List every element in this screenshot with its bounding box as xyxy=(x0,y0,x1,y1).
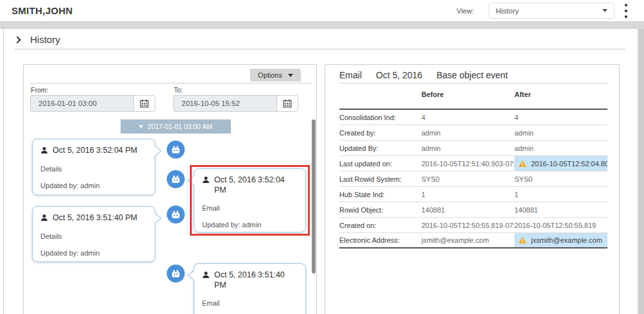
table-row: Created on:2016-10-05T12:50:55.819-07:..… xyxy=(339,218,607,233)
from-date-input[interactable]: 2016-01-01 03:00 xyxy=(31,96,133,111)
view-label: View: xyxy=(457,7,474,15)
row-label: Updated By: xyxy=(339,141,421,155)
after-value-text: 2016-10-05T12:52:04.802... xyxy=(531,160,607,168)
chevron-down-icon xyxy=(139,125,143,128)
person-icon xyxy=(40,146,48,154)
after-value-text: jxsmith@example.com xyxy=(531,236,602,244)
chevron-right-icon xyxy=(13,36,21,43)
row-label: Last updated on: xyxy=(339,156,421,171)
to-label: To: xyxy=(174,86,183,94)
chevron-down-icon xyxy=(602,9,607,12)
after-column-header: After xyxy=(514,91,607,98)
before-value: SYS0 xyxy=(421,171,514,186)
history-section-header[interactable]: History xyxy=(15,34,60,45)
event-timestamp: Oct 5, 2016 3:51:40 PM xyxy=(53,213,137,223)
person-icon xyxy=(202,271,210,279)
event-detail-panel: Email Oct 5, 2016 Base object event Befo… xyxy=(325,64,620,314)
timeline-event-marker[interactable] xyxy=(167,205,185,223)
view-dropdown[interactable]: History xyxy=(489,3,614,19)
warning-icon xyxy=(518,160,527,168)
timeline-scrollbar-thumb[interactable] xyxy=(312,119,316,274)
from-calendar-button[interactable] xyxy=(133,96,155,111)
calendar-icon xyxy=(140,99,149,108)
after-value: admin xyxy=(514,125,607,140)
before-value: admin xyxy=(421,125,514,140)
page-scrollbar[interactable] xyxy=(638,29,644,314)
event-type: Email xyxy=(202,299,298,307)
event-type: Details xyxy=(40,165,147,173)
view-dropdown-value: History xyxy=(496,7,519,15)
options-button-label: Options xyxy=(258,71,282,79)
warning-icon xyxy=(518,236,527,244)
row-label: Created by: xyxy=(339,125,421,140)
detail-title: Email Oct 5, 2016 Base object event xyxy=(339,70,508,80)
detail-title-divider xyxy=(339,83,607,83)
detail-title-type: Email xyxy=(339,70,362,80)
table-row: Rowid Object:140881140881 xyxy=(339,202,607,218)
row-label: Consolidation Ind: xyxy=(339,110,421,125)
to-date-field: 2016-10-05 15:52 xyxy=(173,95,298,112)
table-row: Electronic Address:jsmith@example.comjxs… xyxy=(339,233,607,249)
timeline-header-divider xyxy=(30,83,311,83)
timeline-event-card[interactable]: Oct 5, 2016 3:52:04 PMDetailsUpdated by:… xyxy=(32,139,155,195)
detail-column-headers: Before After xyxy=(339,91,607,98)
event-figure-icon xyxy=(171,146,180,154)
after-value: 1 xyxy=(514,187,607,202)
detail-title-date: Oct 5, 2016 xyxy=(376,70,422,80)
before-value: 2016-10-05T12:51:40.903-07:... xyxy=(421,156,514,171)
event-timestamp: Oct 5, 2016 3:52:04 PM xyxy=(53,146,137,156)
from-date-field: 2016-01-01 03:00 xyxy=(30,95,155,112)
timeline-event-marker[interactable] xyxy=(167,170,185,188)
top-header: SMITH,JOHN View: History xyxy=(0,0,644,21)
timeline-event-card[interactable]: Oct 5, 2016 3:51:40 PMEmailUpdated by: a… xyxy=(194,263,306,314)
before-value: 4 xyxy=(421,110,514,125)
row-label: Electronic Address: xyxy=(339,233,421,247)
row-label: Hub State Ind: xyxy=(339,187,421,202)
before-value: 140881 xyxy=(421,202,514,217)
table-row: Last updated on:2016-10-05T12:51:40.903-… xyxy=(339,156,607,171)
event-timestamp: Oct 5, 2016 3:52:04 PM xyxy=(214,175,298,195)
more-actions-kebab-icon[interactable] xyxy=(622,4,630,18)
event-timestamp: Oct 5, 2016 3:51:40 PM xyxy=(214,270,298,290)
from-label: From: xyxy=(31,86,48,94)
event-updated-by: Updated by: admin xyxy=(40,182,147,189)
card-pointer xyxy=(189,270,196,281)
table-row: Last Rowid System:SYS0SYS0 xyxy=(339,171,607,187)
row-label: Created on: xyxy=(339,218,421,232)
person-icon xyxy=(40,214,48,222)
timeline-event-card[interactable]: Oct 5, 2016 3:52:04 PMEmailUpdated by: a… xyxy=(194,168,306,232)
card-pointer xyxy=(153,213,160,224)
after-value: 4 xyxy=(514,110,607,125)
to-date-input[interactable]: 2016-10-05 15:52 xyxy=(174,96,276,111)
event-figure-icon xyxy=(171,270,180,278)
section-title: History xyxy=(30,34,60,45)
row-label: Rowid Object: xyxy=(339,202,421,217)
section-divider xyxy=(15,49,625,49)
timeline-event-marker[interactable] xyxy=(167,141,185,159)
timeline-group-badge[interactable]: 2017-01-01 03:00 AM xyxy=(121,119,231,134)
group-badge-label: 2017-01-01 03:00 AM xyxy=(148,123,212,130)
chevron-down-icon xyxy=(288,74,293,77)
before-value: 2016-10-05T12:50:55.819-07:... xyxy=(421,218,514,232)
options-button[interactable]: Options xyxy=(250,69,301,82)
table-row: Updated By:adminadmin xyxy=(339,141,607,156)
table-row: Created by:adminadmin xyxy=(339,125,607,141)
person-icon xyxy=(202,176,210,184)
before-value: jsmith@example.com xyxy=(421,233,514,247)
timeline-event-card[interactable]: Oct 5, 2016 3:51:40 PMDetailsUpdated by:… xyxy=(32,206,155,262)
event-figure-icon xyxy=(171,211,180,219)
after-value: 140881 xyxy=(514,202,607,217)
card-pointer xyxy=(153,145,160,157)
detail-title-event: Base object event xyxy=(436,70,507,80)
to-calendar-button[interactable] xyxy=(276,96,298,111)
timeline-panel: Options From: To: 2016-01-01 03:00 2016-… xyxy=(23,64,317,314)
event-updated-by: Updated by: admin xyxy=(40,249,147,257)
after-value: 2016-10-05T12:50:55.819 xyxy=(514,218,607,232)
event-updated-by: Updated by: admin xyxy=(202,221,298,229)
history-content-card: History Options From: To: 2016-01-01 03:… xyxy=(3,29,638,314)
before-after-table: Consolidation Ind:44Created by:adminadmi… xyxy=(339,109,607,249)
row-label: Last Rowid System: xyxy=(339,171,421,186)
before-value: admin xyxy=(421,141,514,155)
timeline-event-marker[interactable] xyxy=(167,265,185,283)
event-type: Details xyxy=(40,232,147,240)
